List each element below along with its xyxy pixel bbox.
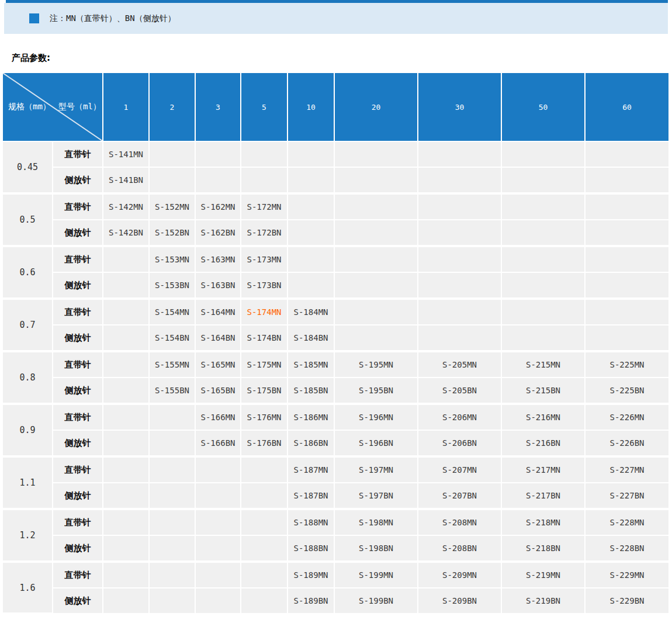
model-cell: S-155BN	[149, 378, 195, 404]
model-cell: S-205MN	[418, 351, 501, 378]
needle-type-cell: 侧放针	[53, 588, 103, 614]
model-cell	[501, 299, 585, 325]
model-cell	[585, 272, 669, 299]
corner-row-axis-label: 规格（mm）	[8, 102, 51, 112]
column-header: 3	[195, 73, 241, 141]
table-row: 侧放针 S-155BN S-165BN S-175BN S-185BN S-19…	[3, 378, 669, 404]
note-banner: 注：MN（直带针）、BN（侧放针）	[4, 3, 668, 34]
column-header: 2	[149, 73, 195, 141]
model-cell: S-219BN	[501, 588, 585, 614]
model-cell	[195, 167, 241, 193]
model-cell	[501, 272, 585, 299]
model-cell	[103, 483, 149, 509]
model-cell	[334, 246, 418, 272]
model-cell: S-218BN	[501, 535, 585, 562]
model-cell	[195, 141, 241, 167]
model-cell: S-187MN	[287, 456, 334, 483]
model-cell: S-227MN	[585, 456, 669, 483]
model-cell: S-185BN	[287, 378, 334, 404]
model-cell	[334, 299, 418, 325]
model-cell: S-227BN	[585, 483, 669, 509]
model-cell: S-197MN	[334, 456, 418, 483]
model-cell: S-154MN	[149, 299, 195, 325]
model-cell	[195, 588, 241, 614]
model-cell	[585, 325, 669, 351]
model-cell	[501, 193, 585, 220]
model-cell: S-225MN	[585, 351, 669, 378]
model-cell: S-217BN	[501, 483, 585, 509]
model-cell	[241, 141, 287, 167]
model-cell: S-184BN	[287, 325, 334, 351]
needle-type-cell: 直带针	[53, 351, 103, 378]
model-cell	[585, 246, 669, 272]
model-cell: S-152BN	[149, 220, 195, 246]
model-cell: S-196BN	[334, 430, 418, 456]
model-cell: S-208MN	[418, 509, 501, 535]
column-header: 60	[585, 73, 669, 141]
model-cell	[585, 141, 669, 167]
model-cell: S-153MN	[149, 246, 195, 272]
model-cell	[149, 430, 195, 456]
model-cell: S-209MN	[418, 562, 501, 588]
model-cell	[149, 483, 195, 509]
model-cell: S-185MN	[287, 351, 334, 378]
needle-type-cell: 侧放针	[53, 430, 103, 456]
column-header: 5	[241, 73, 287, 141]
model-cell: S-176MN	[241, 404, 287, 430]
model-cell	[103, 272, 149, 299]
model-cell	[585, 167, 669, 193]
model-cell: S-215BN	[501, 378, 585, 404]
spec-cell: 0.9	[3, 404, 53, 456]
model-cell: S-215MN	[501, 351, 585, 378]
header-row: 规格（mm） 型号（ml） 1 2 3 5 10 20 30 50 60	[3, 73, 669, 141]
needle-type-cell: 侧放针	[53, 483, 103, 509]
model-cell	[103, 325, 149, 351]
table-row: 0.9 直带针 S-166MN S-176MN S-186MN S-196MN …	[3, 404, 669, 430]
table-row: 侧放针 S-142BN S-152BN S-162BN S-172BN	[3, 220, 669, 246]
model-cell	[585, 299, 669, 325]
table-row: 侧放针 S-187BN S-197BN S-207BN S-217BN S-22…	[3, 483, 669, 509]
model-cell	[103, 456, 149, 483]
table-row: 0.7 直带针 S-154MN S-164MN S-174MN S-184MN	[3, 299, 669, 325]
spec-cell: 1.6	[3, 562, 53, 614]
model-cell	[585, 193, 669, 220]
model-cell: S-166BN	[195, 430, 241, 456]
model-cell: S-155MN	[149, 351, 195, 378]
corner-col-axis-label: 型号（ml）	[58, 102, 101, 112]
model-cell: S-229MN	[585, 562, 669, 588]
model-cell	[241, 456, 287, 483]
model-cell	[103, 509, 149, 535]
needle-type-cell: 直带针	[53, 246, 103, 272]
model-cell: S-141MN	[103, 141, 149, 167]
model-cell	[418, 167, 501, 193]
model-cell	[241, 562, 287, 588]
table-row: 侧放针 S-153BN S-163BN S-173BN	[3, 272, 669, 299]
column-header: 10	[287, 73, 334, 141]
model-cell: S-172MN	[241, 193, 287, 220]
model-cell: S-216MN	[501, 404, 585, 430]
spec-cell: 0.8	[3, 351, 53, 404]
model-cell	[241, 509, 287, 535]
model-cell: S-142MN	[103, 193, 149, 220]
model-cell: S-174BN	[241, 325, 287, 351]
table-row: 侧放针 S-189BN S-199BN S-209BN S-219BN S-22…	[3, 588, 669, 614]
model-cell	[334, 325, 418, 351]
model-cell	[149, 588, 195, 614]
model-cell: S-217MN	[501, 456, 585, 483]
model-cell: S-173MN	[241, 246, 287, 272]
table-row: 1.6 直带针 S-189MN S-199MN S-209MN S-219MN …	[3, 562, 669, 588]
needle-type-cell: 侧放针	[53, 167, 103, 193]
model-cell: S-226BN	[585, 430, 669, 456]
needle-type-cell: 侧放针	[53, 220, 103, 246]
model-cell	[149, 404, 195, 430]
model-cell	[195, 535, 241, 562]
model-cell: S-229BN	[585, 588, 669, 614]
table-row: 1.2 直带针 S-188MN S-198MN S-208MN S-218MN …	[3, 509, 669, 535]
model-cell	[501, 220, 585, 246]
model-cell: S-206BN	[418, 430, 501, 456]
model-cell: S-184MN	[287, 299, 334, 325]
model-cell	[149, 141, 195, 167]
model-cell	[334, 272, 418, 299]
model-cell	[287, 220, 334, 246]
model-cell	[418, 299, 501, 325]
